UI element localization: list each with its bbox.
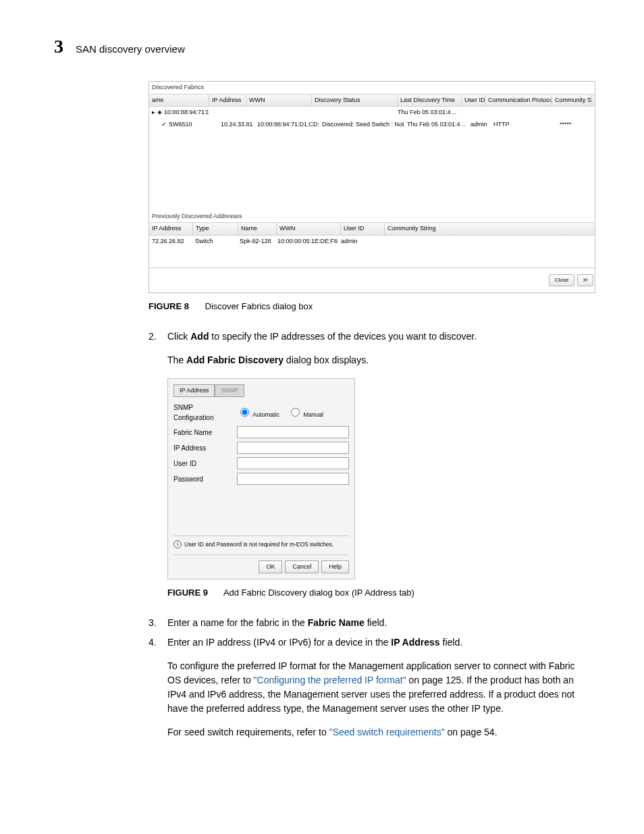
figure-8: Discovered Fabrics ame IP Address WWN Di… bbox=[149, 81, 590, 313]
tab-snmp[interactable]: SNMP bbox=[215, 384, 244, 398]
radio-manual[interactable]: Manual bbox=[288, 406, 323, 420]
fabric-name-input[interactable] bbox=[237, 426, 349, 438]
figure-9-text: Add Fabric Discovery dialog box (IP Addr… bbox=[223, 588, 414, 598]
step-4-number: 4. bbox=[149, 635, 161, 650]
col2-user[interactable]: User ID bbox=[341, 223, 385, 235]
discover-fabrics-dialog: Discovered Fabrics ame IP Address WWN Di… bbox=[149, 81, 595, 293]
root-time: Thu Feb 05 03:01:4… bbox=[395, 107, 458, 119]
cell-proto: HTTP bbox=[491, 119, 557, 131]
cell-ip: 10.24.33.81 bbox=[218, 119, 254, 131]
cancel-button[interactable]: Cancel bbox=[285, 561, 319, 574]
ok-button[interactable]: OK bbox=[259, 561, 282, 574]
cell2-ip: 72.26.26.82 bbox=[149, 236, 192, 248]
col-ip[interactable]: IP Address bbox=[209, 95, 246, 107]
tree-root-row[interactable]: ▸ ◈ 10:00:88:94:71:D1:CD:… Thu Feb 05 03… bbox=[149, 107, 595, 119]
prev-row[interactable]: 72.26.26.82 Switch Spk-82-128 10:00:00:0… bbox=[149, 236, 595, 248]
figure-9-label: FIGURE 9 bbox=[167, 588, 208, 598]
col-wwn[interactable]: WWN bbox=[246, 95, 312, 107]
close-button[interactable]: Close bbox=[549, 274, 574, 286]
snmp-config-label: SNMP Configuration bbox=[173, 402, 233, 423]
user-id-label: User ID bbox=[173, 459, 233, 469]
link-preferred-ip-format[interactable]: "Configuring the preferred IP format" bbox=[254, 675, 406, 685]
cell-status: Discovered: Seed Switch : Not register… bbox=[319, 119, 404, 131]
help-button[interactable]: Help bbox=[321, 561, 349, 574]
info-icon: i bbox=[173, 540, 182, 548]
col2-type[interactable]: Type bbox=[193, 223, 238, 235]
tab-ip-address[interactable]: IP Address bbox=[173, 384, 215, 398]
step-4: 4. Enter an IP address (IPv4 or IPv6) fo… bbox=[149, 635, 590, 650]
step-3-text: Enter a name for the fabric in the Fabri… bbox=[167, 616, 387, 630]
figure-8-label: FIGURE 8 bbox=[149, 301, 189, 311]
col2-name[interactable]: Name bbox=[238, 223, 277, 235]
cell2-comm bbox=[381, 236, 595, 248]
fabric-name-label: Fabric Name bbox=[173, 427, 233, 438]
col-user-id[interactable]: User ID bbox=[462, 95, 485, 107]
cell-comm: ***** bbox=[557, 119, 595, 131]
col-discovery-status[interactable]: Discovery Status bbox=[312, 95, 398, 107]
figure-9-caption: FIGURE 9 Add Fabric Discovery dialog box… bbox=[167, 586, 590, 600]
col2-ip[interactable]: IP Address bbox=[149, 223, 193, 235]
col-community[interactable]: Community Stri… bbox=[552, 95, 592, 107]
password-label: Password bbox=[173, 474, 233, 484]
cell2-type: Switch bbox=[192, 236, 237, 248]
switch-name: SW6510 bbox=[169, 120, 192, 130]
chapter-number: 3 bbox=[54, 32, 63, 61]
check-icon: ✔ bbox=[161, 120, 167, 130]
cell-user: admin bbox=[468, 119, 491, 131]
hint-text: i User ID and Password is not required f… bbox=[173, 536, 349, 549]
figure-8-caption: FIGURE 8 Discover Fabrics dialog box bbox=[149, 300, 590, 313]
col-last-discovery-time[interactable]: Last Discovery Time bbox=[398, 95, 462, 107]
cell-time: Thu Feb 05 03:01:4… bbox=[404, 119, 468, 131]
help-button-cropped[interactable]: H bbox=[577, 274, 593, 286]
dialog-tabs: IP Address SNMP bbox=[173, 384, 349, 398]
col2-community[interactable]: Community String bbox=[385, 223, 595, 235]
link-seed-switch-requirements[interactable]: "Seed switch requirements" bbox=[329, 727, 445, 737]
previous-addresses-header: IP Address Type Name WWN User ID Communi… bbox=[149, 222, 595, 236]
tree-root-label: 10:00:88:94:71:D1:CD:… bbox=[164, 108, 209, 118]
col2-wwn[interactable]: WWN bbox=[277, 223, 341, 235]
ip-address-label: IP Address bbox=[173, 443, 233, 453]
step-2-detail: The Add Fabric Discovery dialog box disp… bbox=[167, 353, 590, 367]
step-4-text: Enter an IP address (IPv4 or IPv6) for a… bbox=[167, 635, 462, 650]
cell2-user: admin bbox=[338, 236, 381, 248]
step-2-text: Click Add to specify the IP addresses of… bbox=[167, 330, 477, 344]
step-2: 2. Click Add to specify the IP addresses… bbox=[149, 330, 590, 344]
fabric-icon: ◈ bbox=[157, 108, 162, 118]
cell-wwn: 10:00:88:94:71:D1:CD:11 bbox=[254, 119, 319, 131]
discovered-fabrics-header: ame IP Address WWN Discovery Status Last… bbox=[149, 94, 595, 107]
user-id-input[interactable] bbox=[237, 457, 349, 469]
figure-8-text: Discover Fabrics dialog box bbox=[205, 301, 313, 311]
password-input[interactable] bbox=[237, 473, 349, 485]
step-4-detail-2: For seed switch requirements, refer to "… bbox=[167, 725, 590, 739]
step-4-detail-1: To configure the preferred IP format for… bbox=[167, 659, 590, 716]
cell2-name: Spk-82-128 bbox=[237, 236, 275, 248]
tree-child-row[interactable]: ✔ SW6510 10.24.33.81 10:00:88:94:71:D1:C… bbox=[149, 119, 595, 131]
add-fabric-discovery-dialog: IP Address SNMP SNMP Configuration Autom… bbox=[167, 378, 355, 580]
expand-icon[interactable]: ▸ bbox=[152, 108, 155, 118]
col-protocol[interactable]: Communication Protocol bbox=[485, 95, 552, 107]
step-2-number: 2. bbox=[149, 330, 161, 344]
radio-automatic[interactable]: Automatic bbox=[237, 406, 279, 420]
step-3: 3. Enter a name for the fabric in the Fa… bbox=[149, 616, 590, 630]
page-header: 3 SAN discovery overview bbox=[54, 32, 590, 61]
discovered-fabrics-label: Discovered Fabrics bbox=[149, 82, 595, 94]
previous-addresses-label: Previously Discovered Addresses bbox=[149, 211, 595, 223]
chapter-title: SAN discovery overview bbox=[76, 42, 185, 57]
figure-9: IP Address SNMP SNMP Configuration Autom… bbox=[167, 378, 590, 600]
ip-address-input[interactable] bbox=[237, 442, 349, 454]
step-3-number: 3. bbox=[149, 616, 161, 630]
col-name[interactable]: ame bbox=[149, 95, 209, 107]
cell2-wwn: 10:00:00:05:1E:DE:F6:4B bbox=[275, 236, 338, 248]
